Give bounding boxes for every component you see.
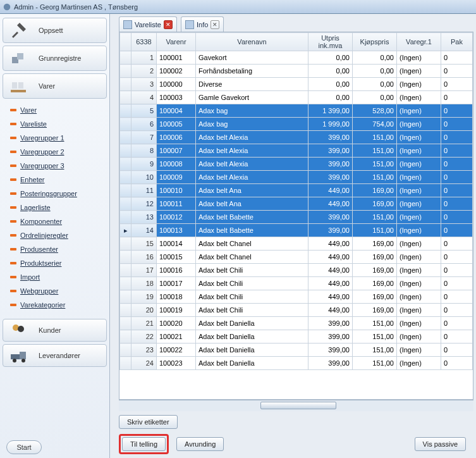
sidebar-item-ordrelinjeregler[interactable]: Ordrelinjeregler	[10, 229, 106, 242]
cell-varenr: 100005	[157, 118, 196, 131]
cell-varenavn: Adax belt Alexia	[196, 158, 308, 171]
bullet-icon	[10, 206, 16, 209]
nav-oppsett[interactable]: Oppsett	[3, 18, 107, 43]
table-row[interactable]: 9100008Adax belt Alexia399,00151,00(Inge…	[120, 158, 473, 171]
table-row[interactable]: 2100002Forhåndsbetaling0,000,00(Ingen)0	[120, 65, 473, 78]
sidebar-item-produktserier[interactable]: Produktserier	[10, 257, 106, 269]
sidebar-item-produsenter[interactable]: Produsenter	[10, 243, 106, 256]
table-row[interactable]: 21100020Adax belt Daniella399,00151,00(I…	[120, 317, 473, 330]
sidebar-item-webgrupper[interactable]: Webgrupper	[10, 285, 106, 297]
horizontal-scrollbar[interactable]	[119, 400, 473, 411]
form-icon	[185, 20, 194, 29]
table-row[interactable]: 17100016Adax belt Chili449,00169,00(Inge…	[120, 264, 473, 277]
sidebar-item-varegrupper-3[interactable]: Varegrupper 3	[10, 159, 106, 172]
cell-kjopspris: 754,00	[353, 118, 397, 131]
nav-kunder[interactable]: Kunder	[3, 319, 107, 342]
cell-varenr: 100017	[157, 277, 196, 290]
avrunding-button[interactable]: Avrunding	[176, 437, 224, 451]
sidebar-item-komponenter[interactable]: Komponenter	[10, 215, 106, 228]
sidebar-item-varegrupper-1[interactable]: Varegrupper 1	[10, 132, 106, 144]
nav-oppsett-label: Oppsett	[39, 27, 63, 34]
table-row[interactable]: ▸14100013Adax belt Babette399,00151,00(I…	[120, 224, 473, 237]
nav-grunnregistre[interactable]: Grunnregistre	[3, 46, 107, 71]
sidebar-item-varegrupper-2[interactable]: Varegrupper 2	[10, 145, 106, 158]
col-kjopspris[interactable]: Kjøpspris	[353, 33, 397, 51]
table-row[interactable]: 24100023Adax belt Daniella399,00151,00(I…	[120, 357, 473, 370]
cell-varenr: 100000	[157, 78, 196, 91]
table-row[interactable]: 12100011Adax belt Ana449,00169,00(Ingen)…	[120, 197, 473, 211]
cell-utpris: 449,00	[308, 184, 353, 197]
sidebar-item-varekategorier[interactable]: Varekategorier	[10, 299, 106, 311]
cell-pak: 0	[441, 357, 473, 370]
bullet-icon	[10, 276, 16, 278]
skriv-etiketter-button[interactable]: Skriv etiketter	[119, 415, 178, 429]
cell-utpris: 449,00	[308, 237, 353, 251]
table-row[interactable]: 13100012Adax belt Babette399,00151,00(In…	[120, 211, 473, 224]
table-row[interactable]: 10100009Adax belt Alexia399,00151,00(Ing…	[120, 171, 473, 184]
col-utpris[interactable]: Utpris ink.mva	[308, 33, 353, 51]
row-number: 8	[131, 144, 157, 158]
close-icon[interactable]: ✕	[164, 20, 173, 29]
people-icon	[8, 320, 28, 340]
nav-leverandorer[interactable]: Leverandører	[3, 344, 107, 367]
vis-passive-button[interactable]: Vis passive	[415, 437, 466, 451]
cell-varenr: 100014	[157, 237, 196, 251]
cell-kjopspris: 151,00	[353, 344, 397, 357]
row-number: 15	[131, 237, 157, 251]
svg-rect-2	[17, 53, 23, 59]
table-row[interactable]: 4100003Gamle Gavekort0,000,00(Ingen)0	[120, 91, 473, 104]
col-varegr[interactable]: Varegr.1	[397, 33, 441, 51]
sidebar-item-import[interactable]: Import	[10, 271, 106, 283]
sidebar-item-lagerliste[interactable]: Lagerliste	[10, 201, 106, 214]
cell-pak: 0	[441, 264, 473, 277]
table-row[interactable]: 16100015Adax belt Chanel449,00169,00(Ing…	[120, 251, 473, 264]
table-row[interactable]: 1100001Gavekort0,000,00(Ingen)0	[120, 51, 473, 65]
tab-info[interactable]: Info ✕	[181, 16, 224, 32]
col-varenr[interactable]: Varenr	[157, 33, 196, 51]
truck-icon	[8, 345, 28, 366]
table-row[interactable]: 6100005Adax bag1 999,00754,00(Ingen)0	[120, 118, 473, 131]
cell-pak: 0	[441, 277, 473, 290]
cell-varegr: (Ingen)	[397, 237, 441, 251]
table-row[interactable]: 5100004Adax bag1 399,00528,00(Ingen)0	[120, 104, 473, 118]
table-row[interactable]: 8100007Adax belt Alexia399,00151,00(Inge…	[120, 144, 473, 158]
nav-varer-label: Varer	[39, 82, 55, 90]
cell-varenavn: Adax belt Daniella	[196, 344, 308, 357]
cell-varenr: 100006	[157, 131, 196, 144]
row-indicator	[120, 118, 131, 131]
cell-varenavn: Forhåndsbetaling	[196, 65, 308, 78]
sidebar-item-enheter[interactable]: Enheter	[10, 173, 106, 186]
sidebar-item-varer[interactable]: Varer	[10, 104, 106, 116]
til-telling-button[interactable]: Til telling	[122, 437, 166, 451]
bullet-icon	[10, 164, 16, 167]
cell-varegr: (Ingen)	[397, 344, 441, 357]
cell-utpris: 399,00	[308, 131, 353, 144]
table-row[interactable]: 20100019Adax belt Chili449,00169,00(Inge…	[120, 304, 473, 317]
col-selector[interactable]	[120, 33, 131, 51]
cell-varegr: (Ingen)	[397, 330, 441, 344]
table-row[interactable]: 19100018Adax belt Chili449,00169,00(Inge…	[120, 290, 473, 304]
tab-vareliste[interactable]: Vareliste ✕	[119, 16, 177, 32]
table-row[interactable]: 18100017Adax belt Chili449,00169,00(Inge…	[120, 277, 473, 290]
col-count[interactable]: 6338	[131, 33, 157, 51]
app-icon	[3, 3, 11, 11]
col-pak[interactable]: Pak	[441, 33, 473, 51]
table-row[interactable]: 22100021Adax belt Daniella399,00151,00(I…	[120, 330, 473, 344]
bullet-icon	[10, 304, 16, 306]
table-row[interactable]: 23100022Adax belt Daniella399,00151,00(I…	[120, 344, 473, 357]
cell-utpris: 0,00	[308, 51, 353, 65]
sidebar-item-posteringsgrupper[interactable]: Posteringsgrupper	[10, 187, 106, 200]
nav-varer[interactable]: Varer	[3, 73, 107, 99]
data-grid[interactable]: 6338 Varenr Varenavn Utpris ink.mva Kjøp…	[119, 32, 473, 400]
close-icon[interactable]: ✕	[211, 20, 219, 29]
col-varenavn[interactable]: Varenavn	[196, 33, 308, 51]
sidebar-item-vareliste[interactable]: Vareliste	[10, 118, 106, 130]
start-button[interactable]: Start	[6, 440, 42, 454]
cell-kjopspris: 169,00	[353, 251, 397, 264]
table-row[interactable]: 7100006Adax belt Alexia399,00151,00(Inge…	[120, 131, 473, 144]
table-row[interactable]: 11100010Adax belt Ana449,00169,00(Ingen)…	[120, 184, 473, 197]
table-row[interactable]: 15100014Adax belt Chanel449,00169,00(Ing…	[120, 237, 473, 251]
table-row[interactable]: 3100000Diverse0,000,00(Ingen)0	[120, 78, 473, 91]
cell-varegr: (Ingen)	[397, 171, 441, 184]
bullet-icon	[10, 123, 16, 125]
